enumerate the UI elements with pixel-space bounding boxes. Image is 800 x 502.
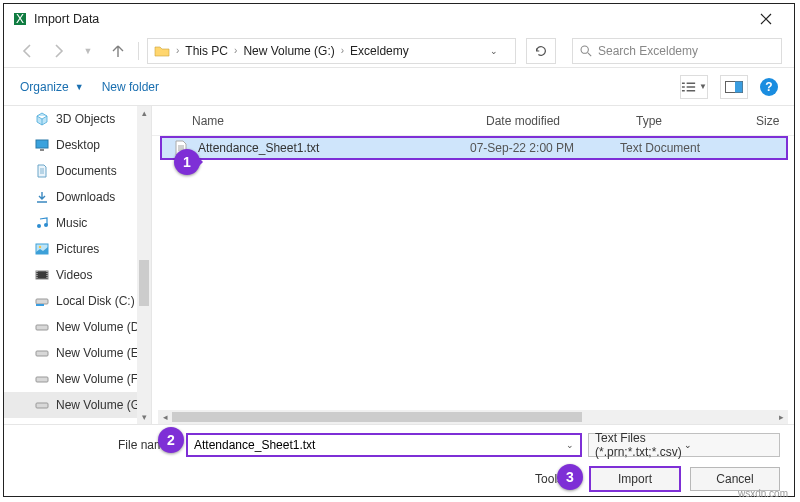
scroll-up-icon[interactable]: ▴	[137, 106, 151, 120]
annotation-pin-1: 1	[174, 149, 200, 175]
download-icon	[34, 189, 50, 205]
address-dropdown-icon[interactable]: ⌄	[479, 38, 509, 64]
filter-dropdown-icon: ⌄	[684, 440, 773, 450]
navigation-pane: 3D Objects Desktop Documents Downloads M…	[4, 106, 152, 424]
file-date: 07-Sep-22 2:00 PM	[470, 141, 620, 155]
column-headers: Name Date modified Type Size	[152, 106, 794, 136]
svg-point-7	[37, 224, 41, 228]
sidebar-item-new-volume-d[interactable]: New Volume (D:)	[4, 314, 151, 340]
document-icon	[34, 163, 50, 179]
crumb-drive[interactable]: New Volume (G:)	[243, 44, 334, 58]
svg-rect-14	[36, 325, 48, 330]
drive-icon	[34, 319, 50, 335]
drive-icon	[34, 371, 50, 387]
videos-icon	[34, 267, 50, 283]
svg-rect-17	[36, 403, 48, 408]
cube-icon	[34, 111, 50, 127]
svg-text:X: X	[16, 12, 24, 26]
column-name[interactable]: Name	[152, 114, 476, 128]
back-button[interactable]	[16, 39, 40, 63]
up-button[interactable]	[106, 39, 130, 63]
svg-rect-13	[36, 304, 44, 306]
sidebar-item-new-volume-e[interactable]: New Volume (E:)	[4, 340, 151, 366]
svg-rect-5	[36, 140, 48, 148]
sidebar-item-desktop[interactable]: Desktop	[4, 132, 151, 158]
search-input[interactable]: Search Exceldemy	[572, 38, 782, 64]
breadcrumb[interactable]: › This PC › New Volume (G:) › Exceldemy …	[147, 38, 516, 64]
sidebar-item-3d-objects[interactable]: 3D Objects	[4, 106, 151, 132]
drive-icon	[34, 397, 50, 413]
window-title: Import Data	[34, 12, 99, 26]
crumb-pc[interactable]: This PC	[185, 44, 228, 58]
organize-menu[interactable]: Organize ▼	[20, 80, 84, 94]
file-name-label: File name:	[18, 438, 180, 452]
search-icon	[579, 44, 592, 57]
file-name-input[interactable]: ⌄	[186, 433, 582, 457]
sidebar-item-music[interactable]: Music	[4, 210, 151, 236]
refresh-button[interactable]	[526, 38, 556, 64]
folder-icon	[154, 43, 170, 59]
column-date[interactable]: Date modified	[476, 114, 626, 128]
svg-point-8	[44, 223, 48, 227]
svg-rect-11	[36, 271, 48, 279]
file-row[interactable]: Attendance_Sheet1.txt 07-Sep-22 2:00 PM …	[160, 136, 788, 160]
help-button[interactable]: ?	[760, 78, 778, 96]
scroll-thumb[interactable]	[172, 412, 582, 422]
chevron-right-icon: ›	[176, 45, 179, 56]
sidebar-item-videos[interactable]: Videos	[4, 262, 151, 288]
file-list-pane: Name Date modified Type Size Attendance_…	[152, 106, 794, 424]
chevron-right-icon: ›	[341, 45, 344, 56]
sidebar-item-new-volume-g[interactable]: New Volume (G:)	[4, 392, 151, 418]
chevron-down-icon: ▼	[75, 82, 84, 92]
excel-app-icon: X	[12, 11, 28, 27]
svg-rect-4	[735, 81, 743, 92]
file-name-field[interactable]	[188, 438, 560, 452]
preview-pane-button[interactable]	[720, 75, 748, 99]
pictures-icon	[34, 241, 50, 257]
music-icon	[34, 215, 50, 231]
sidebar-scrollbar[interactable]: ▴ ▾	[137, 106, 151, 424]
watermark: wsxdn.com	[738, 488, 788, 499]
svg-rect-15	[36, 351, 48, 356]
chevron-right-icon: ›	[234, 45, 237, 56]
annotation-pin-3: 3	[557, 464, 583, 490]
file-name: Attendance_Sheet1.txt	[198, 141, 470, 155]
filename-dropdown-icon[interactable]: ⌄	[560, 440, 580, 450]
sidebar-item-local-disk-c[interactable]: Local Disk (C:)	[4, 288, 151, 314]
search-placeholder: Search Exceldemy	[598, 44, 698, 58]
file-type-filter[interactable]: Text Files (*.prn;*.txt;*.csv) ⌄	[588, 433, 780, 457]
sidebar-item-downloads[interactable]: Downloads	[4, 184, 151, 210]
scroll-thumb[interactable]	[139, 260, 149, 306]
annotation-pin-2: 2	[158, 427, 184, 453]
scroll-left-icon[interactable]: ◂	[158, 410, 172, 424]
forward-button[interactable]	[46, 39, 70, 63]
svg-point-2	[581, 46, 588, 53]
view-options-button[interactable]: ▼	[680, 75, 708, 99]
svg-rect-6	[40, 149, 44, 151]
close-button[interactable]	[746, 4, 786, 34]
recent-locations-dropdown[interactable]: ▼	[76, 39, 100, 63]
sidebar-item-documents[interactable]: Documents	[4, 158, 151, 184]
sidebar-item-new-volume-f[interactable]: New Volume (F:)	[4, 366, 151, 392]
svg-point-10	[39, 246, 41, 248]
sidebar-item-pictures[interactable]: Pictures	[4, 236, 151, 262]
crumb-folder[interactable]: Exceldemy	[350, 44, 409, 58]
file-type: Text Document	[620, 141, 740, 155]
import-button[interactable]: Import	[590, 467, 680, 491]
drive-icon	[34, 345, 50, 361]
column-type[interactable]: Type	[626, 114, 746, 128]
drive-icon	[34, 293, 50, 309]
new-folder-button[interactable]: New folder	[102, 80, 159, 94]
column-size[interactable]: Size	[746, 114, 794, 128]
desktop-icon	[34, 137, 50, 153]
horizontal-scrollbar[interactable]: ◂ ▸	[158, 410, 788, 424]
svg-rect-12	[36, 299, 48, 304]
svg-rect-16	[36, 377, 48, 382]
scroll-right-icon[interactable]: ▸	[774, 410, 788, 424]
scroll-down-icon[interactable]: ▾	[137, 410, 151, 424]
